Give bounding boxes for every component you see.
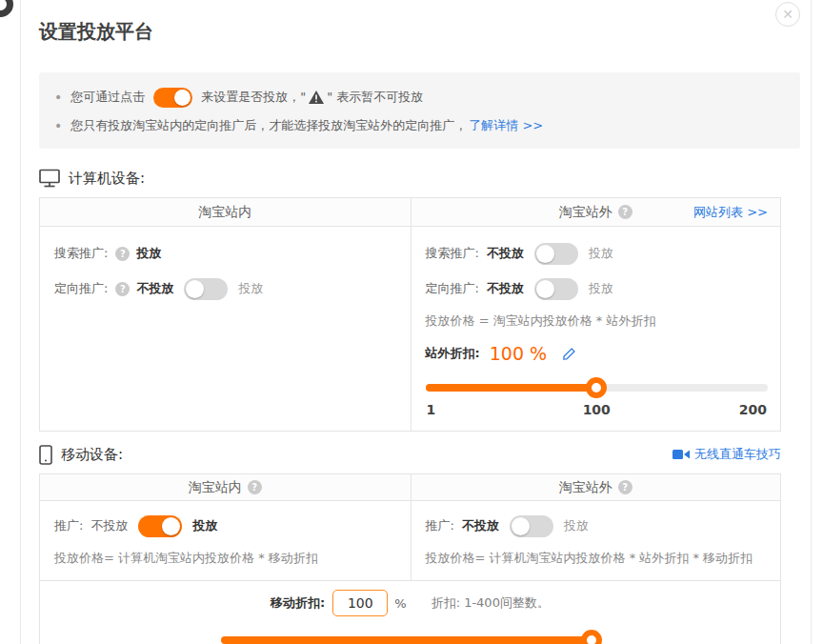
discount-hint: 折扣: 1-400间整数。 (432, 594, 550, 612)
warning-icon (309, 91, 324, 104)
toggle-on-label: 投放 (589, 280, 613, 297)
toggle-on-label: 投放 (564, 517, 589, 534)
toggle-knob (174, 90, 191, 106)
computer-offsite-header: 淘宝站外 ? 网站列表 >> (411, 198, 781, 226)
dialog-content: 设置投放平台 • 您可通过点击 来设置是否投放，" " 表示暂不可投放 • 您只… (39, 0, 781, 644)
help-icon[interactable]: ? (618, 480, 632, 494)
computer-onsite-target-row: 定向推广: ? 不投放 投放 (54, 277, 398, 300)
slider-fill (426, 384, 597, 392)
mobile-onsite-cell: 推广: 不投放 投放 投放价格= 计算机淘宝站内投放价格 * 移动折扣 (40, 501, 411, 580)
panel-left-border (20, 0, 21, 644)
notice-box: • 您可通过点击 来设置是否投放，" " 表示暂不可投放 • 您只有投放淘宝站内… (39, 72, 800, 149)
mobile-discount-slider[interactable] (221, 630, 600, 644)
video-icon (672, 449, 690, 460)
notice-text: " 表示暂不可投放 (327, 89, 423, 106)
mobile-onsite-price-formula: 投放价格= 计算机淘宝站内投放价格 * 移动折扣 (54, 550, 398, 567)
toggle-off-label: 不投放 (487, 245, 524, 262)
mobile-section-header: 移动设备: 无线直通车技巧 (39, 443, 781, 466)
offsite-price-formula: 投放价格 = 淘宝站内投放价格 * 站外折扣 (426, 312, 769, 330)
notice-line-2: • 您只有投放淘宝站内的定向推广后，才能选择投放淘宝站外的定向推广， 了解详情 … (54, 112, 785, 139)
computer-onsite-search-row: 搜索推广: ? 投放 (54, 242, 398, 265)
toggle-knob (512, 517, 530, 535)
search-status-value: 投放 (136, 245, 161, 262)
example-toggle[interactable] (153, 88, 192, 108)
computer-offsite-target-row: 定向推广: 不投放 投放 (426, 277, 769, 300)
bullet-icon: • (54, 90, 62, 105)
mobile-onsite-promo-row: 推广: 不投放 投放 (54, 514, 398, 537)
mobile-offsite-promo-toggle[interactable] (510, 515, 553, 537)
notice-line-1: • 您可通过点击 来设置是否投放，" " 表示暂不可投放 (54, 82, 785, 112)
discount-unit: % (394, 596, 406, 611)
computer-section-label: 计算机设备: (69, 170, 145, 188)
mobile-discount-input[interactable] (332, 590, 388, 616)
notice-text: 您可通过点击 (70, 89, 145, 106)
slider-handle[interactable] (586, 377, 607, 398)
mobile-offsite-header: 淘宝站外 ? (411, 474, 781, 500)
learn-more-link[interactable]: 了解详情 >> (469, 117, 543, 134)
computer-offsite-search-row: 搜索推广: 不投放 投放 (426, 242, 769, 265)
help-icon[interactable]: ? (618, 205, 632, 219)
edit-pencil-icon[interactable] (562, 347, 576, 361)
computer-offsite-search-toggle[interactable] (534, 243, 578, 265)
toggle-knob (536, 245, 554, 263)
computer-onsite-target-toggle[interactable] (184, 278, 228, 300)
mobile-offsite-cell: 推广: 不投放 投放 投放价格= 计算机淘宝站内投放价格 * 站外折扣 * 移动… (411, 501, 781, 580)
computer-icon (39, 169, 60, 188)
partial-badge-icon (0, 0, 13, 17)
mobile-discount-row: 移动折扣: % 折扣: 1-400间整数。 (40, 588, 780, 618)
mobile-table-header: 淘宝站内 ? 淘宝站外 ? (40, 474, 780, 501)
toggle-knob (162, 517, 180, 535)
slider-fill (221, 636, 600, 644)
toggle-off-label: 不投放 (487, 280, 524, 297)
site-list-link[interactable]: 网站列表 >> (693, 198, 768, 226)
offsite-discount-slider[interactable] (426, 377, 769, 398)
toggle-off-label: 不投放 (136, 280, 173, 297)
computer-offsite-target-toggle[interactable] (534, 278, 578, 300)
mobile-onsite-promo-toggle[interactable] (138, 515, 182, 537)
help-icon[interactable]: ? (115, 247, 130, 261)
offsite-slider-ticks: 1 100 200 (426, 402, 769, 419)
mobile-discount-section: 移动折扣: % 折扣: 1-400间整数。 1 200 400 (40, 580, 780, 644)
toggle-knob (186, 280, 204, 298)
toggle-on-label: 投放 (238, 280, 263, 297)
phone-icon (39, 445, 52, 465)
mobile-offsite-price-formula: 投放价格= 计算机淘宝站内投放价格 * 站外折扣 * 移动折扣 (426, 550, 769, 567)
toggle-on-label: 投放 (192, 517, 217, 534)
offsite-discount-value: 100 % (490, 343, 547, 364)
toggle-off-label: 不投放 (462, 517, 499, 534)
wireless-tips-link[interactable]: 无线直通车技巧 (694, 446, 781, 463)
page-title: 设置投放平台 (39, 19, 781, 44)
slider-handle[interactable] (581, 630, 602, 644)
toggle-off-label: 不投放 (90, 517, 128, 534)
notice-text: 来设置是否投放，" (201, 89, 306, 106)
mobile-onsite-header: 淘宝站内 ? (40, 474, 411, 500)
computer-table: 淘宝站内 淘宝站外 ? 网站列表 >> 搜索推广: ? 投放 定向推广: ? 不… (39, 197, 781, 432)
panel-right-border (811, 0, 812, 644)
mobile-offsite-promo-row: 推广: 不投放 投放 (426, 514, 769, 537)
computer-onsite-header: 淘宝站内 (40, 198, 411, 226)
notice-text: 您只有投放淘宝站内的定向推广后，才能选择投放淘宝站外的定向推广， (70, 117, 467, 134)
computer-onsite-cell: 搜索推广: ? 投放 定向推广: ? 不投放 投放 (40, 227, 411, 431)
help-icon[interactable]: ? (115, 282, 130, 296)
mobile-section-label: 移动设备: (61, 446, 123, 464)
help-icon[interactable]: ? (248, 480, 262, 494)
offsite-discount-row: 站外折扣: 100 % (426, 341, 769, 366)
computer-section-header: 计算机设备: (39, 167, 781, 190)
bullet-icon: • (54, 118, 62, 133)
computer-offsite-cell: 搜索推广: 不投放 投放 定向推广: 不投放 投放 投放价格 = 淘宝站内投放价… (411, 227, 781, 431)
toggle-knob (536, 280, 554, 298)
mobile-table: 淘宝站内 ? 淘宝站外 ? 推广: 不投放 投放 投放价格= 计算机淘宝站内投放… (39, 473, 781, 644)
toggle-on-label: 投放 (589, 245, 613, 262)
computer-table-header: 淘宝站内 淘宝站外 ? 网站列表 >> (40, 198, 780, 227)
